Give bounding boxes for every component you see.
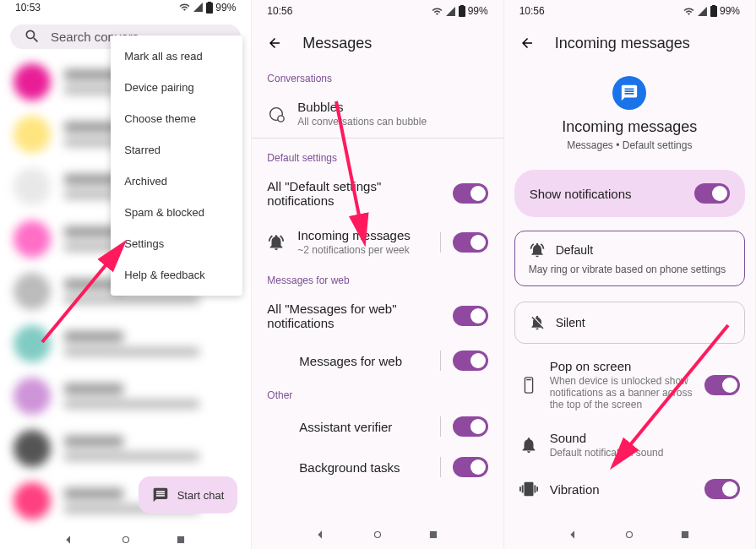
list-item[interactable] bbox=[0, 318, 251, 370]
nav-back-icon[interactable] bbox=[64, 534, 76, 546]
menu-device-pairing[interactable]: Device pairing bbox=[111, 72, 242, 103]
channel-header: Incoming messages Messages • Default set… bbox=[504, 64, 755, 166]
option-title: Silent bbox=[556, 316, 585, 329]
bell-icon bbox=[519, 436, 538, 454]
toggle[interactable] bbox=[453, 232, 488, 253]
phone-icon bbox=[519, 376, 538, 394]
setting-all-default[interactable]: All "Default settings" notifications bbox=[252, 169, 503, 218]
svg-rect-13 bbox=[430, 531, 437, 538]
nav-back-icon[interactable] bbox=[568, 529, 580, 541]
clock: 10:56 bbox=[519, 5, 545, 17]
setting-title: All "Messages for web" notifications bbox=[267, 302, 440, 330]
toggle[interactable] bbox=[453, 351, 488, 371]
screen-incoming-messages: 10:56 99% Incoming messages Incoming mes… bbox=[504, 0, 756, 549]
status-bar: 10:53 99% bbox=[0, 0, 251, 14]
option-title: Default bbox=[556, 243, 593, 257]
setting-sub: All conversations can bubble bbox=[297, 116, 487, 128]
nav-bar bbox=[252, 520, 503, 549]
setting-vibration[interactable]: Vibration bbox=[504, 469, 755, 509]
setting-assistant-verifier[interactable]: Assistant verifier bbox=[252, 406, 503, 447]
nav-back-icon[interactable] bbox=[316, 529, 328, 541]
channel-sub: Messages • Default settings bbox=[504, 139, 755, 151]
signal-icon bbox=[193, 2, 204, 13]
nav-home-icon[interactable] bbox=[372, 529, 383, 541]
battery-text: 99% bbox=[215, 2, 236, 14]
toggle[interactable] bbox=[704, 375, 740, 395]
option-default[interactable]: Default May ring or vibrate based on pho… bbox=[514, 231, 745, 286]
setting-title: All "Default settings" notifications bbox=[267, 179, 440, 208]
setting-sub: ~2 notifications per week bbox=[297, 244, 427, 256]
nav-bar bbox=[0, 530, 251, 549]
svg-rect-6 bbox=[459, 6, 465, 17]
svg-rect-7 bbox=[460, 5, 464, 7]
channel-title: Incoming messages bbox=[504, 118, 755, 136]
app-header: Incoming messages bbox=[504, 22, 755, 64]
toggle[interactable] bbox=[453, 416, 488, 437]
menu-help-feedback[interactable]: Help & feedback bbox=[111, 259, 242, 291]
nav-home-icon[interactable] bbox=[623, 529, 635, 541]
toggle[interactable] bbox=[453, 457, 488, 477]
setting-messages-for-web[interactable]: Messages for web bbox=[252, 340, 503, 381]
option-silent[interactable]: Silent bbox=[514, 302, 745, 344]
menu-archived[interactable]: Archived bbox=[111, 166, 242, 197]
section-other: Other bbox=[252, 381, 503, 406]
status-indicators: 99% bbox=[179, 2, 236, 14]
menu-spam-blocked[interactable]: Spam & blocked bbox=[111, 197, 242, 228]
battery-text: 99% bbox=[468, 5, 488, 17]
clock: 10:53 bbox=[15, 2, 41, 14]
svg-rect-21 bbox=[682, 531, 688, 538]
page-title: Messages bbox=[302, 35, 372, 52]
toggle[interactable] bbox=[704, 479, 740, 499]
setting-title: Pop on screen bbox=[550, 359, 693, 373]
setting-title: Vibration bbox=[550, 482, 693, 497]
svg-point-12 bbox=[374, 532, 380, 538]
svg-point-20 bbox=[627, 532, 633, 538]
messages-app-icon bbox=[612, 76, 646, 110]
setting-background-tasks[interactable]: Background tasks bbox=[252, 447, 503, 487]
signal-icon bbox=[697, 6, 708, 17]
nav-home-icon[interactable] bbox=[120, 534, 132, 546]
toggle-label: Show notifications bbox=[530, 187, 632, 201]
toggle[interactable] bbox=[453, 183, 488, 204]
fab-label: Start chat bbox=[177, 489, 225, 502]
page-title: Incoming messages bbox=[555, 35, 690, 52]
setting-title: Incoming messages bbox=[297, 228, 427, 242]
nav-recents-icon[interactable] bbox=[427, 529, 439, 541]
setting-title: Background tasks bbox=[299, 460, 427, 475]
setting-bubbles[interactable]: Bubbles All conversations can bubble bbox=[252, 90, 503, 138]
nav-bar bbox=[504, 520, 755, 549]
setting-pop-on-screen[interactable]: Pop on screen When device is unlocked sh… bbox=[504, 349, 755, 421]
svg-rect-14 bbox=[710, 6, 717, 17]
setting-incoming-messages[interactable]: Incoming messages ~2 notifications per w… bbox=[252, 218, 503, 266]
menu-mark-all-read[interactable]: Mark all as read bbox=[111, 41, 242, 72]
vibration-icon bbox=[519, 480, 538, 498]
show-notifications-toggle[interactable]: Show notifications bbox=[514, 170, 745, 217]
setting-sound[interactable]: Sound Default notification sound bbox=[504, 421, 755, 469]
list-item[interactable] bbox=[0, 422, 251, 475]
back-button[interactable] bbox=[519, 35, 535, 51]
wifi-icon bbox=[432, 6, 443, 17]
setting-all-web[interactable]: All "Messages for web" notifications bbox=[252, 291, 503, 340]
bell-ring-icon bbox=[267, 233, 286, 252]
status-bar: 10:56 99% bbox=[252, 0, 503, 22]
wifi-icon bbox=[683, 6, 694, 17]
svg-point-9 bbox=[278, 115, 284, 121]
status-indicators: 99% bbox=[432, 5, 488, 17]
nav-recents-icon[interactable] bbox=[679, 529, 691, 541]
toggle[interactable] bbox=[694, 183, 730, 204]
menu-choose-theme[interactable]: Choose theme bbox=[111, 103, 242, 134]
start-chat-button[interactable]: Start chat bbox=[139, 476, 238, 514]
toggle[interactable] bbox=[453, 306, 488, 326]
list-item[interactable] bbox=[0, 370, 251, 422]
divider bbox=[252, 138, 503, 139]
chat-icon bbox=[152, 486, 169, 503]
status-indicators: 99% bbox=[683, 5, 740, 17]
setting-title: Sound bbox=[550, 431, 740, 445]
setting-title: Messages for web bbox=[299, 354, 427, 368]
back-button[interactable] bbox=[267, 35, 282, 51]
menu-settings[interactable]: Settings bbox=[111, 228, 242, 259]
nav-recents-icon[interactable] bbox=[175, 534, 187, 546]
signal-icon bbox=[445, 6, 456, 17]
menu-starred[interactable]: Starred bbox=[111, 134, 242, 166]
battery-icon bbox=[206, 2, 213, 14]
